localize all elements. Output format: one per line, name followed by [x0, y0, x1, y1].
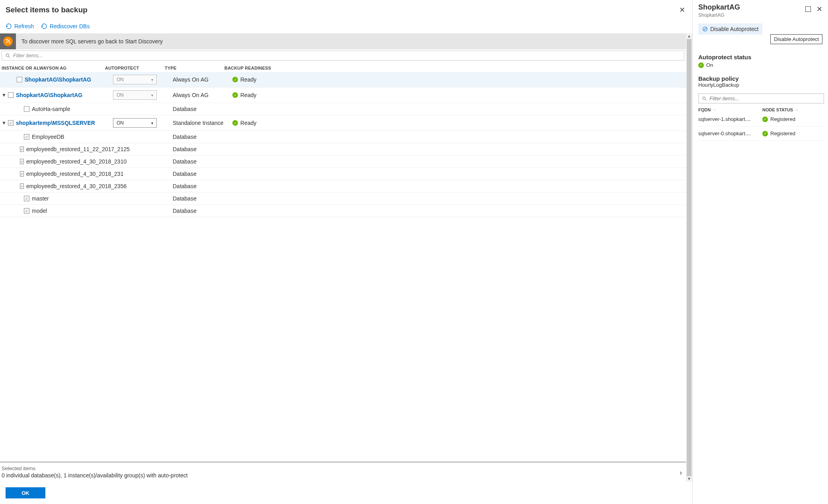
chevron-right-icon[interactable]: ›	[677, 465, 684, 480]
ready-ok-icon: ✓	[232, 92, 238, 98]
type-cell: Database	[173, 134, 232, 140]
filter-box[interactable]	[2, 51, 684, 60]
detail-title: ShopkartAG	[698, 3, 740, 12]
chevron-down-icon: ▾	[151, 121, 153, 125]
checkbox[interactable]	[24, 106, 29, 112]
svg-line-6	[705, 99, 706, 100]
table-row[interactable]: AutoHa-sampleDatabase	[0, 103, 686, 115]
database-name: AutoHa-sample	[32, 106, 70, 112]
database-name: EmployeeDB	[32, 134, 64, 140]
detail-subtitle: ShopkartAG	[698, 12, 740, 18]
database-name: model	[32, 208, 47, 214]
type-cell: Database	[173, 158, 232, 165]
scroll-thumb[interactable]	[687, 39, 692, 476]
database-name: employeedb_restored_4_30_2018_2310	[26, 158, 127, 165]
selected-footer[interactable]: Selected items 0 individual database(s),…	[0, 462, 686, 482]
col-name: INSTANCE OR ALWAYSON AG	[2, 66, 105, 70]
table-row[interactable]: EmployeeDBDatabase	[0, 131, 686, 143]
checkbox[interactable]	[8, 120, 14, 126]
sort-icon: ↑↓	[713, 108, 715, 112]
col-node-status[interactable]: NODE STATUS↑↓	[762, 107, 824, 112]
autoprotect-select[interactable]: ON▾	[113, 118, 157, 128]
type-cell: Database	[173, 106, 232, 112]
caret-icon[interactable]: ▼	[2, 120, 6, 126]
disable-autoprotect-button[interactable]: Disable Autoprotect	[698, 23, 762, 35]
close-icon[interactable]: ✕	[678, 4, 687, 16]
checkbox[interactable]	[20, 183, 24, 189]
table-row[interactable]: masterDatabase	[0, 193, 686, 205]
search-icon	[702, 96, 707, 101]
ready-text: Ready	[240, 92, 256, 98]
checkbox[interactable]	[8, 92, 14, 98]
scroll-down-icon[interactable]: ▼	[686, 476, 692, 482]
checkbox[interactable]	[24, 196, 29, 201]
autoprotect-select[interactable]: ON▾	[113, 75, 157, 84]
table-row[interactable]: modelDatabase	[0, 205, 686, 217]
scroll-up-icon[interactable]: ▲	[686, 33, 692, 39]
table-row[interactable]: ShopkartAG\ShopkartAGON▾Always On AG✓Rea…	[0, 72, 686, 88]
checkbox[interactable]	[20, 146, 24, 152]
checkbox[interactable]	[24, 208, 29, 214]
database-name: employeedb_restored_4_30_2018_231	[26, 171, 123, 177]
instance-link[interactable]: ShopkartAG\ShopkartAG	[25, 76, 91, 83]
ready-text: Ready	[240, 76, 256, 83]
autoprotect-select[interactable]: ON▾	[113, 90, 157, 100]
discovery-banner: To discover more SQL servers go back to …	[0, 33, 686, 49]
disable-autoprotect-label: Disable Autoprotect	[710, 26, 758, 32]
type-cell: Database	[173, 208, 232, 214]
caret-icon[interactable]: ▼	[2, 92, 6, 98]
node-filter-input[interactable]	[709, 95, 820, 101]
fqdn-cell: sqlserver-0.shopkart....	[698, 130, 760, 136]
rediscover-button[interactable]: Rediscover DBs	[41, 23, 90, 29]
instance-link[interactable]: ShopkartAG\ShopkartAG	[16, 92, 82, 98]
instance-link[interactable]: shopkartemp\MSSQLSERVER	[16, 120, 95, 126]
autoprotect-status-value: On	[706, 62, 713, 68]
backup-policy-title: Backup policy	[698, 75, 824, 82]
col-type: TYPE	[165, 66, 224, 70]
scrollbar[interactable]: ▲ ▼	[686, 33, 692, 482]
table-row[interactable]: ▼shopkartemp\MSSQLSERVERON▾Standalone In…	[0, 115, 686, 131]
checkbox[interactable]	[20, 171, 24, 177]
prohibit-icon	[702, 26, 708, 32]
refresh-icon	[6, 23, 12, 29]
ready-ok-icon: ✓	[232, 120, 238, 126]
node-status: Registered	[770, 116, 795, 122]
table-row[interactable]: ▼ShopkartAG\ShopkartAGON▾Always On AG✓Re…	[0, 88, 686, 103]
checkbox[interactable]	[24, 134, 29, 140]
table-row[interactable]: employeedb_restored_4_30_2018_2356Databa…	[0, 180, 686, 193]
selected-label: Selected items	[2, 465, 677, 471]
chevron-down-icon: ▾	[151, 93, 153, 97]
ready-text: Ready	[240, 120, 256, 126]
col-fqdn[interactable]: FQDN↑↓	[698, 107, 760, 112]
node-row: sqlserver-0.shopkart....✓Registered	[698, 126, 824, 141]
type-cell: Database	[173, 171, 232, 177]
node-row: sqlserver-1.shopkart....✓Registered	[698, 112, 824, 126]
registered-ok-icon: ✓	[762, 117, 768, 122]
node-status: Registered	[770, 130, 795, 136]
refresh-button[interactable]: Refresh	[6, 23, 34, 29]
type-cell: Database	[173, 195, 232, 202]
col-readiness: BACKUP READINESS	[224, 66, 296, 70]
table-row[interactable]: employeedb_restored_11_22_2017_2125Datab…	[0, 143, 686, 156]
sort-icon: ↑↓	[795, 108, 797, 112]
checkbox[interactable]	[20, 159, 24, 164]
checkbox[interactable]	[17, 77, 22, 82]
tools-icon	[0, 33, 16, 49]
maximize-icon[interactable]	[805, 6, 811, 12]
col-autoprotect: AUTOPROTECT	[105, 66, 165, 70]
status-ok-icon: ✓	[698, 62, 704, 68]
backup-policy-value: HourlyLogBackup	[698, 82, 824, 88]
column-headers: INSTANCE OR ALWAYSON AG AUTOPROTECT TYPE…	[0, 62, 686, 72]
page-title: Select items to backup	[6, 6, 88, 14]
node-filter-box[interactable]	[698, 93, 824, 103]
ok-button[interactable]: OK	[6, 487, 45, 498]
ready-ok-icon: ✓	[232, 77, 238, 82]
banner-text: To discover more SQL servers go back to …	[21, 35, 163, 48]
search-icon	[5, 53, 11, 58]
close-detail-icon[interactable]: ✕	[815, 3, 824, 15]
selected-summary: 0 individual database(s), 1 instance(s)/…	[2, 472, 677, 479]
filter-input[interactable]	[13, 53, 681, 58]
table-row[interactable]: employeedb_restored_4_30_2018_231Databas…	[0, 168, 686, 180]
type-cell: Database	[173, 146, 232, 152]
table-row[interactable]: employeedb_restored_4_30_2018_2310Databa…	[0, 156, 686, 168]
